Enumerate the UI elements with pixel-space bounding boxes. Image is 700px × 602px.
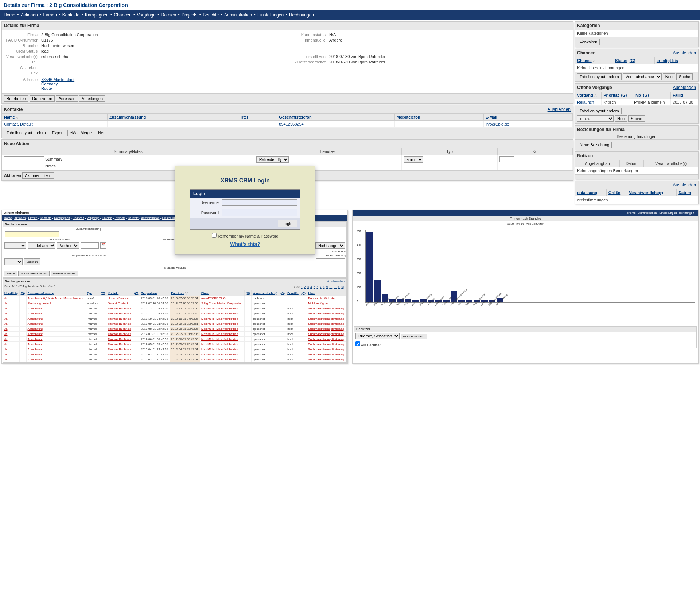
kontakte-ausblenden-link[interactable]: Ausblenden [548, 107, 571, 112]
partial-col-3[interactable]: Verantwortliche(r) [629, 190, 663, 195]
row-link[interactable]: Thomas Buchholz [108, 327, 131, 331]
partial-col-2[interactable]: Größe [608, 190, 620, 195]
nav-rechnungen[interactable]: Rechnungen [289, 12, 314, 18]
kontakte-col-5[interactable]: E-Mail [486, 115, 497, 119]
erweiterte-suche-button[interactable]: Erweiterte Suche [51, 271, 78, 276]
partial-ausblenden-link[interactable]: Ausblenden [673, 182, 696, 188]
jedem-input[interactable] [316, 258, 345, 264]
remember-checkbox[interactable] [212, 233, 217, 238]
row-link[interactable]: Ja [4, 348, 7, 351]
row-link[interactable]: Ja [4, 322, 7, 325]
subnav-chancen[interactable]: Chancen [73, 216, 84, 220]
row-link[interactable]: Max Müller Malerfachbetrieb [201, 307, 238, 310]
neue-beziehung-button[interactable]: Neue Beziehung [577, 142, 612, 148]
row-link[interactable]: 2 Big Consolidation Corporation [201, 302, 242, 305]
result-col-12[interactable]: (G) [280, 292, 285, 295]
row-link[interactable]: Max Müller Malerfachbetrieb [201, 332, 238, 336]
result-col-3[interactable]: Typ [87, 292, 92, 295]
row-link[interactable]: Nicht verfügbar [308, 302, 328, 305]
result-col-14[interactable]: (G) [301, 292, 306, 295]
row-link[interactable]: Ja [4, 353, 7, 356]
result-col-8[interactable]: Endet am [171, 292, 184, 295]
row-link[interactable]: Suchmaschinenoptimierung [308, 322, 344, 325]
page-7[interactable]: 7 [320, 285, 321, 289]
status-g-col[interactable]: (G) [630, 58, 635, 63]
row-link[interactable]: Thomas Buchholz [108, 332, 131, 336]
subnav-aktionen[interactable]: Aktionen [14, 216, 26, 220]
nav-einstellungen[interactable]: Einstellungen [257, 12, 284, 18]
nav-firmen[interactable]: Firmen [43, 12, 57, 18]
faellig-col[interactable]: Fällig [673, 93, 683, 97]
result-col-9[interactable]: Firma [201, 292, 209, 295]
neu-button[interactable]: Neu [96, 130, 108, 136]
row-link[interactable]: Rechnung gestellt [28, 302, 51, 305]
row-link[interactable]: Thomas Buchholz [108, 337, 131, 341]
kontakte-col-1[interactable]: Zusammenfassung [109, 115, 146, 119]
nav-berichte[interactable]: Berichte [203, 12, 219, 18]
page-8[interactable]: 8 [323, 285, 324, 289]
row-link[interactable]: Thomas Buchholz [108, 307, 131, 310]
contact-tel-link[interactable]: 85412568254 [279, 122, 303, 126]
result-col-5[interactable]: Kontakt [108, 292, 118, 295]
page-3[interactable]: 3 [307, 285, 308, 289]
vorgaenge-neu-button[interactable]: Neu [615, 115, 627, 122]
row-link[interactable]: Abrechnung [28, 348, 43, 351]
row-link[interactable]: Max Müller Malerfachbetrieb [201, 353, 238, 356]
prio-g-col[interactable]: (G) [621, 93, 627, 97]
benutzer-select-chart[interactable]: Briemle, Sebastian [355, 333, 400, 339]
suche-zurücksetzen-button[interactable]: Suche zurücksetzen [18, 271, 50, 276]
row-link[interactable]: Max Müller Malerfachbetrieb [201, 358, 238, 361]
vorgang-col[interactable]: Vorgang [577, 93, 593, 97]
page-9[interactable]: 9 [326, 285, 328, 289]
row-link[interactable]: Suchmaschinenoptimierung [308, 327, 344, 331]
partial-col-1[interactable]: enfassung [577, 190, 597, 195]
endet-select[interactable]: Endet am [28, 242, 55, 249]
row-link[interactable]: Suchmaschinenoptimierung [308, 312, 344, 315]
row-link[interactable]: Max Müller Malerfachbetrieb [201, 327, 238, 331]
row-link[interactable]: Suchmaschinenoptimierung [308, 317, 344, 320]
ergebnisse-ausblenden-link[interactable]: Ausblenden [327, 279, 345, 283]
subnav-berichte[interactable]: Berichte [128, 216, 139, 220]
chancen-ausblenden-link[interactable]: Ausblenden [673, 50, 696, 55]
page-10[interactable]: 10 [329, 285, 332, 289]
result-col-15[interactable]: Über [308, 292, 315, 295]
row-link[interactable]: Thomas Buchholz [108, 353, 131, 356]
row-link[interactable]: Ja [4, 332, 7, 336]
nav-home[interactable]: Home [4, 12, 15, 18]
row-link[interactable]: Abrechnung [28, 358, 43, 361]
kontakte-col-0[interactable]: Name [4, 115, 15, 119]
row-link[interactable]: Suchmaschinenoptimierung [308, 348, 344, 351]
status-col[interactable]: Status [615, 58, 627, 63]
subnav-vorgänge[interactable]: Vorgänge [87, 216, 99, 220]
result-col-2[interactable]: Zusammenfassung [28, 292, 54, 295]
nav-chancen[interactable]: Chancen [114, 12, 132, 18]
subnav-kampagnen[interactable]: Kampagnen [54, 216, 70, 220]
vorgang-link[interactable]: Relaunch [577, 100, 594, 104]
aktionen-filtern-button[interactable]: Aktionen filtern [22, 172, 54, 179]
typ-col[interactable]: Typ [634, 93, 641, 97]
page-...[interactable]: ... [334, 285, 337, 289]
page-4[interactable]: 4 [310, 285, 312, 289]
subnav-kontakte[interactable]: Kontakte [40, 216, 52, 220]
erledigt-col[interactable]: erledigt bis [657, 58, 678, 63]
chancen-suche-button[interactable]: Suche [676, 73, 693, 80]
page-2[interactable]: 2 [304, 285, 306, 289]
row-link[interactable]: Abrechnung [28, 353, 43, 356]
nav-vorgänge[interactable]: Vorgänge [137, 12, 155, 18]
row-link[interactable]: Thomas Buchholz [108, 358, 131, 361]
page-6[interactable]: 6 [317, 285, 318, 289]
nav-administration[interactable]: Administration [224, 12, 252, 18]
adressen-button[interactable]: Adressen [56, 95, 78, 102]
suche-button[interactable]: Suche [4, 271, 18, 276]
vorgaenge-select[interactable]: d.n.a. [577, 115, 614, 122]
page->|[interactable]: >| [341, 285, 344, 289]
nav-kontakte[interactable]: Kontakte [62, 12, 79, 18]
adresse-route-link[interactable]: Route [41, 86, 52, 90]
row-link[interactable]: Ja [4, 337, 7, 341]
graphen-aendern-button[interactable]: Graphen ändern [401, 334, 427, 339]
login-button[interactable]: Login [278, 220, 297, 227]
abteilungen-button[interactable]: Abteilungen [79, 95, 105, 102]
row-link[interactable]: Max Müller Malerfachbetrieb [201, 322, 238, 325]
row-link[interactable]: Max Müller Malerfachbetrieb [201, 337, 238, 341]
typ-select[interactable]: anruf [404, 156, 423, 163]
